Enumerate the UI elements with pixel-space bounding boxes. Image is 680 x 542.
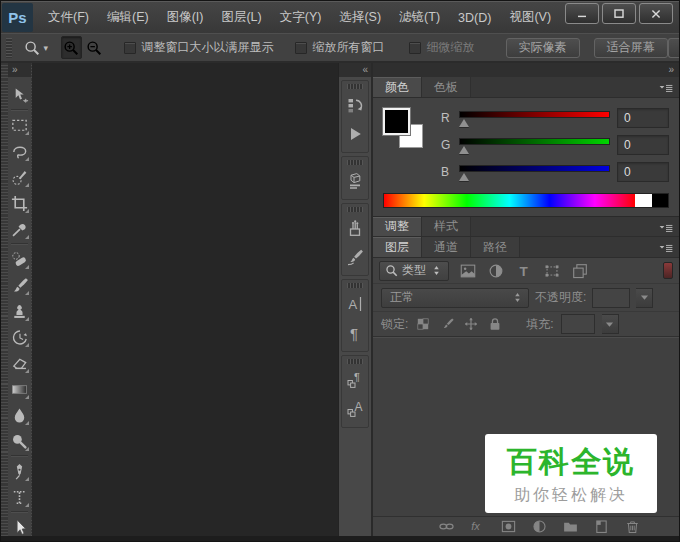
material-panel-button[interactable] — [342, 168, 368, 194]
layer-style-icon[interactable]: fx — [469, 518, 486, 535]
clone-stamp-tool[interactable] — [8, 298, 31, 324]
eyedropper-tool[interactable] — [8, 216, 31, 242]
slider-value-box[interactable]: 0 — [617, 108, 669, 128]
slider-thumb[interactable] — [459, 173, 469, 181]
new-group-icon[interactable] — [562, 518, 579, 535]
move-tool[interactable] — [8, 82, 31, 108]
slider-track[interactable] — [459, 165, 610, 172]
slider-value-box[interactable]: 0 — [617, 135, 669, 155]
dock-group-grip[interactable] — [347, 359, 363, 364]
dock-group-grip[interactable] — [347, 84, 363, 89]
zoom-in-button[interactable] — [61, 36, 81, 59]
opacity-value-box[interactable] — [592, 288, 630, 308]
link-layers-icon[interactable] — [438, 518, 455, 535]
pen-tool[interactable] — [8, 458, 31, 484]
pixel-filter-button[interactable] — [458, 261, 477, 280]
dodge-tool[interactable] — [8, 428, 31, 454]
zoom-out-button[interactable] — [84, 36, 104, 59]
color-panel-tab[interactable]: 颜色 — [373, 77, 422, 97]
menu-item-4[interactable]: 图层(L) — [212, 2, 270, 33]
filter-toggle-switch[interactable] — [663, 262, 673, 279]
eraser-tool[interactable] — [8, 350, 31, 376]
dock-expand-chevron[interactable]: « — [339, 63, 371, 77]
dock-group-grip[interactable] — [347, 207, 363, 212]
lock-position-icon[interactable] — [463, 316, 479, 332]
dock-group-grip[interactable] — [347, 283, 363, 288]
dock-group-grip[interactable] — [347, 160, 363, 165]
options-button-1[interactable]: 实际像素 — [506, 38, 580, 58]
paragraph-styles-panel-button[interactable]: ¶ — [342, 367, 368, 393]
direct-select-tool[interactable] — [8, 514, 31, 540]
lock-paint-icon[interactable] — [439, 316, 455, 332]
slider-value-box[interactable]: 0 — [617, 162, 669, 182]
opacity-dropdown-button[interactable] — [636, 288, 653, 308]
menu-item-2[interactable]: 编辑(E) — [98, 2, 158, 33]
fill-dropdown-button[interactable] — [602, 314, 619, 334]
option-checkbox-2[interactable]: 缩放所有窗口 — [295, 39, 385, 56]
shape-filter-button[interactable] — [542, 261, 561, 280]
layers-panel-tab[interactable]: 路径 — [471, 237, 520, 257]
rightdock-collapse-chevron[interactable]: » — [373, 63, 679, 77]
layer-mask-icon[interactable] — [500, 518, 517, 535]
toolbar-collapse-chevron[interactable]: » — [8, 63, 31, 77]
menu-item-9[interactable]: 视图(V) — [500, 2, 560, 33]
blur-tool[interactable] — [8, 402, 31, 428]
adjust-panel-tab[interactable]: 样式 — [422, 217, 471, 236]
lock-transparency-icon[interactable] — [415, 316, 431, 332]
adjustment-filter-button[interactable] — [486, 261, 505, 280]
spectrum-black-swatch[interactable] — [652, 194, 668, 207]
panel-menu-icon[interactable] — [658, 80, 674, 96]
menu-item-3[interactable]: 图像(I) — [158, 2, 213, 33]
clipped-button[interactable] — [668, 38, 679, 58]
spectrum-white-swatch[interactable] — [635, 194, 652, 207]
filter-type-dropdown[interactable]: 类型 — [379, 261, 449, 281]
panel-menu-icon[interactable] — [658, 220, 674, 236]
type-filter-button[interactable]: T — [514, 261, 533, 280]
smart-object-filter-button[interactable] — [570, 261, 589, 280]
minimize-button[interactable] — [565, 3, 599, 24]
crop-tool[interactable] — [8, 190, 31, 216]
brush-settings-panel-button[interactable] — [342, 244, 368, 270]
quick-select-tool[interactable] — [8, 164, 31, 190]
slider-thumb[interactable] — [459, 146, 469, 154]
checkbox-icon[interactable] — [124, 42, 136, 54]
menu-item-8[interactable]: 3D(D) — [449, 2, 500, 33]
layers-panel-tab[interactable]: 图层 — [373, 237, 422, 257]
brush-presets-panel-button[interactable] — [342, 215, 368, 241]
gradient-tool[interactable] — [8, 376, 31, 402]
option-checkbox-3[interactable]: 细微缩放 — [409, 39, 475, 56]
slider-track[interactable] — [459, 111, 610, 118]
new-layer-icon[interactable] — [593, 518, 610, 535]
layers-panel-tab[interactable]: 通道 — [422, 237, 471, 257]
adjust-panel-tab[interactable]: 调整 — [373, 217, 422, 236]
zoom-tool-badge[interactable]: ▾ — [23, 39, 49, 57]
type-mask-tool[interactable] — [8, 484, 31, 510]
actions-panel-button[interactable] — [342, 121, 368, 147]
menu-item-5[interactable]: 文字(Y) — [271, 2, 331, 33]
lock-all-icon[interactable] — [487, 316, 503, 332]
foreground-color-swatch[interactable] — [383, 108, 410, 135]
option-checkbox-1[interactable]: 调整窗口大小以满屏显示 — [124, 39, 274, 56]
options-button-2[interactable]: 适合屏幕 — [594, 38, 668, 58]
history-brush-tool[interactable] — [8, 324, 31, 350]
options-grip[interactable] — [6, 38, 12, 58]
slider-thumb[interactable] — [459, 119, 469, 127]
slider-track[interactable] — [459, 138, 610, 145]
new-adjustment-icon[interactable] — [531, 518, 548, 535]
color-panel-tab[interactable]: 色板 — [422, 77, 471, 97]
maximize-button[interactable] — [602, 3, 636, 24]
checkbox-icon[interactable] — [295, 42, 307, 54]
spectrum-gradient[interactable] — [384, 194, 635, 207]
character-panel-button[interactable]: A — [342, 291, 368, 317]
close-button[interactable] — [639, 3, 673, 24]
delete-layer-icon[interactable] — [624, 518, 641, 535]
menu-item-7[interactable]: 滤镜(T) — [390, 2, 449, 33]
paragraph-panel-button[interactable]: ¶ — [342, 320, 368, 346]
checkbox-icon[interactable] — [409, 42, 421, 54]
fill-value-box[interactable] — [561, 314, 595, 334]
lasso-tool[interactable] — [8, 138, 31, 164]
blend-mode-select[interactable]: 正常 — [381, 288, 529, 308]
panel-menu-icon[interactable] — [658, 240, 674, 256]
color-spectrum-ramp[interactable] — [383, 193, 669, 208]
history-panel-button[interactable] — [342, 92, 368, 118]
